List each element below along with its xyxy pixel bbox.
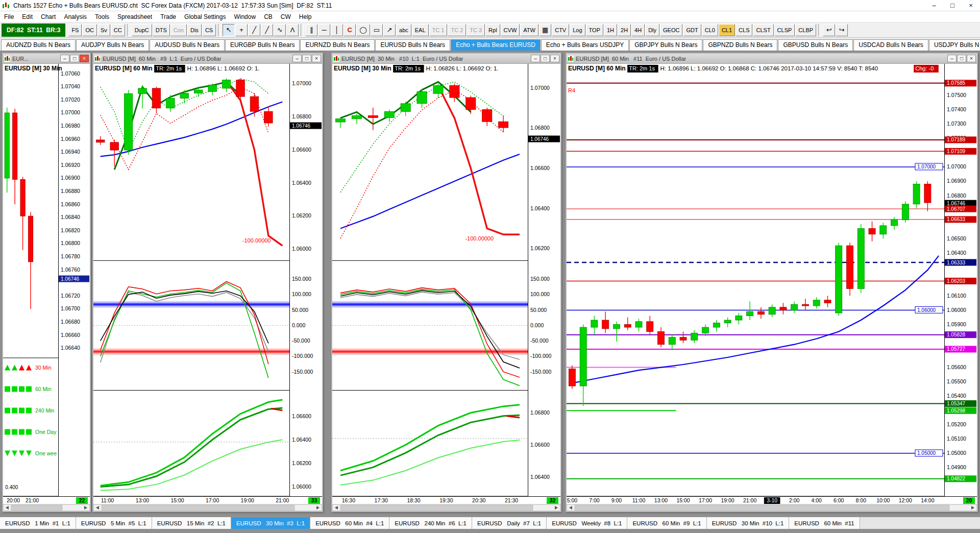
menu-window[interactable]: Window <box>230 13 260 20</box>
arrow-tool-button[interactable]: ↗ <box>383 24 396 36</box>
doc-tab-6[interactable]: EURUSD Bulls N Bears <box>375 39 450 51</box>
doc-tab-1[interactable]: AUDNZD Bulls N Bears <box>1 39 76 51</box>
full-screen-button[interactable]: FS <box>68 24 82 36</box>
vertical-line-tool-button[interactable]: │ <box>331 24 343 36</box>
doc-tab-2[interactable]: AUDJPY Bulls N Bears <box>76 39 149 51</box>
save-button[interactable]: Sv <box>97 24 110 36</box>
trendline-tool-button[interactable]: ╱ <box>248 24 260 36</box>
atw-button[interactable]: ATW <box>520 24 538 36</box>
window-tab-4[interactable]: EURUSD 30 Min #3 L:1 <box>231 517 310 529</box>
log-button[interactable]: Log <box>570 24 585 36</box>
text-tool-button[interactable]: abc <box>396 24 411 36</box>
timeframe-1h-button[interactable]: 1H <box>604 24 617 36</box>
window-tab-7[interactable]: EURUSD Daily #7 L:1 <box>472 517 547 529</box>
menu-file[interactable]: File <box>0 13 18 20</box>
clst-button[interactable]: CLST <box>753 24 773 36</box>
doc-tab-13[interactable]: USDJPY Bulls N Bears <box>929 39 980 51</box>
horizontal-line-tool-button[interactable]: ─ <box>318 24 330 36</box>
window-3-close-button[interactable]: × <box>550 55 559 62</box>
geoc-button[interactable]: GEOC <box>660 24 682 36</box>
doc-tab-11[interactable]: GBPUSD Bulls N Bears <box>778 39 853 51</box>
open-chart-button[interactable]: OC <box>82 24 97 36</box>
menu-analysis[interactable]: Analysis <box>60 13 91 20</box>
replay-button[interactable]: Rpl <box>485 24 500 36</box>
doc-tab-3[interactable]: AUDUSD Bulls N Bears <box>150 39 225 51</box>
app-maximize-button[interactable]: □ <box>943 0 962 11</box>
cls-button[interactable]: CLS <box>736 24 752 36</box>
doc-tab-8[interactable]: Echo + Bulls Bears USDJPY <box>541 39 629 51</box>
scrollbar-thumb[interactable] <box>11 505 62 511</box>
window-2-minimize-button[interactable]: – <box>292 55 302 62</box>
cl1-button[interactable]: CL1 <box>719 24 735 36</box>
menu-help[interactable]: Help <box>295 13 316 20</box>
cs-button[interactable]: CS <box>202 24 216 36</box>
chart-1-canvas[interactable]: 1.070601.070401.070201.070001.069801.069… <box>3 64 90 511</box>
gdt-button[interactable]: GDT <box>683 24 701 36</box>
window-tab-8[interactable]: EURUSD Weekly #8 L:1 <box>547 517 627 529</box>
tc3-button[interactable]: TC 3 <box>467 24 485 36</box>
zigzag-tool-button[interactable]: Λ <box>286 24 299 36</box>
tile-windows-button[interactable]: ▦ <box>539 24 551 36</box>
rectangle-tool-button[interactable]: ▭ <box>371 24 383 36</box>
app-minimize-button[interactable]: – <box>925 0 943 11</box>
ellipse-tool-button[interactable]: ◯ <box>356 24 370 36</box>
scrollbar-thumb[interactable] <box>102 505 295 511</box>
window-4-close-button[interactable]: × <box>967 55 976 62</box>
window-tab-9[interactable]: EURUSD 60 Min #9 L:1 <box>627 517 706 529</box>
window-2-close-button[interactable]: × <box>312 55 321 62</box>
connect-button[interactable]: Con <box>170 24 187 36</box>
calculator-tool-button[interactable]: C <box>344 24 356 36</box>
doc-tab-4[interactable]: EURGBP Bulls N Bears <box>225 39 300 51</box>
window-3-minimize-button[interactable]: – <box>531 55 540 62</box>
menu-cw[interactable]: CW <box>277 13 295 20</box>
duplicate-chart-button[interactable]: DupC <box>132 24 152 36</box>
window-tab-5[interactable]: EURUSD 60 Min #4 L:1 <box>310 517 389 529</box>
window-tab-6[interactable]: EURUSD 240 Min #6 L:1 <box>389 517 472 529</box>
window-tab-10[interactable]: EURUSD 30 Min #10 L:1 <box>707 517 790 529</box>
dts-button[interactable]: DTS <box>153 24 170 36</box>
timeframe-4h-button[interactable]: 4H <box>631 24 645 36</box>
disconnect-button[interactable]: Dis <box>187 24 202 36</box>
menu-tools[interactable]: Tools <box>91 13 113 20</box>
cvw-button[interactable]: CVW <box>501 24 520 36</box>
window-tab-3[interactable]: EURUSD 15 Min #2 L:1 <box>152 517 231 529</box>
parallel-lines-tool-button[interactable]: ∥ <box>305 24 317 36</box>
eal-button[interactable]: EAL <box>412 24 429 36</box>
window-3-titlebar[interactable]: EURUSD [M] 30 Min #10 L:1 Euro / US Doll… <box>332 54 560 64</box>
clbp-button[interactable]: CLBP <box>795 24 816 36</box>
pointer-tool-button[interactable]: ↖ <box>223 24 235 36</box>
chart-3-canvas[interactable]: 1.070001.068001.066001.064001.062001.067… <box>332 64 560 511</box>
window-tab-1[interactable]: EURUSD 1 Min #1 L:1 <box>0 517 76 529</box>
window-1-titlebar[interactable]: EUR... – □ × <box>3 54 90 64</box>
window-4-maximize-button[interactable]: □ <box>957 55 966 62</box>
doc-tab-10[interactable]: GBPNZD Bulls N Bears <box>703 39 777 51</box>
app-close-button[interactable]: × <box>962 0 980 11</box>
window-1-close-button[interactable]: × <box>80 55 89 62</box>
doc-tab-5[interactable]: EURNZD Bulls N Bears <box>300 39 375 51</box>
window-4-minimize-button[interactable]: – <box>947 55 957 62</box>
menu-cb[interactable]: CB <box>260 13 277 20</box>
ray-tool-button[interactable]: ╱ <box>261 24 273 36</box>
crosshair-tool-button[interactable]: + <box>235 24 248 36</box>
menu-trade[interactable]: Trade <box>156 13 180 20</box>
tc2-button[interactable]: TC 2 <box>448 24 466 36</box>
menu-edit[interactable]: Edit <box>18 13 37 20</box>
doc-tab-12[interactable]: USDCAD Bulls N Bears <box>853 39 928 51</box>
curve-tool-button[interactable]: ∿ <box>274 24 286 36</box>
scrollbar-thumb[interactable] <box>575 505 949 511</box>
window-4-titlebar[interactable]: EURUSD [M] 60 Min #11 Euro / US Dollar –… <box>567 54 977 64</box>
undo-button[interactable]: ↩ <box>823 24 835 36</box>
top-button[interactable]: TOP <box>586 24 603 36</box>
window-2-titlebar[interactable]: EURUSD [M] 60 Min #9 L:1 Euro / US Dolla… <box>93 54 322 64</box>
window-3-maximize-button[interactable]: □ <box>541 55 550 62</box>
redo-button[interactable]: ↪ <box>836 24 848 36</box>
menu-spreadsheet[interactable]: Spreadsheet <box>113 13 156 20</box>
close-chart-button[interactable]: CC <box>111 24 125 36</box>
timeframe-daily-button[interactable]: Dly <box>645 24 659 36</box>
tc1-button[interactable]: TC 1 <box>429 24 448 36</box>
clsp-button[interactable]: CLSP <box>774 24 795 36</box>
window-2-maximize-button[interactable]: □ <box>302 55 311 62</box>
window-1-maximize-button[interactable]: □ <box>70 55 79 62</box>
window-tab-11[interactable]: EURUSD 60 Min #11 <box>789 517 860 529</box>
timeframe-2h-button[interactable]: 2H <box>618 24 631 36</box>
